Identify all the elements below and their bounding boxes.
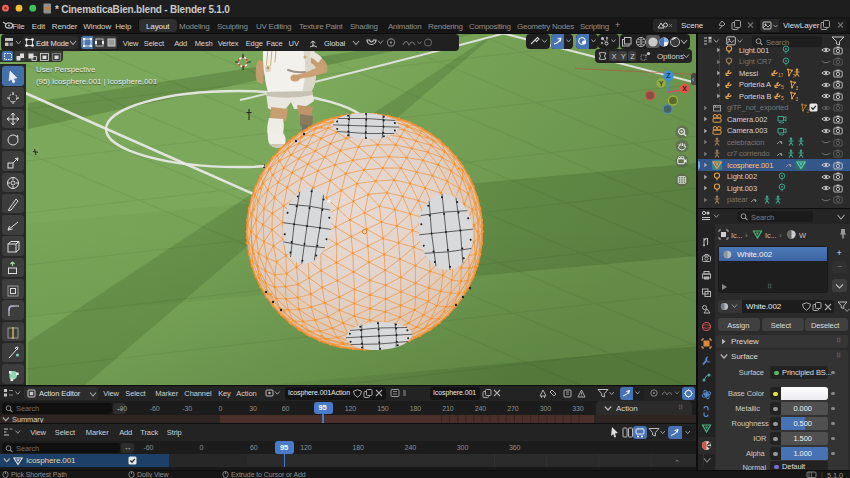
svg-text:5: 5: [781, 84, 784, 90]
svg-text:3: 3: [796, 96, 799, 102]
svg-text:5: 5: [781, 95, 784, 101]
svg-text:Z: Z: [666, 72, 671, 79]
svg-text:X: X: [682, 85, 687, 92]
svg-text:Y: Y: [659, 80, 664, 87]
svg-text:3: 3: [796, 84, 799, 90]
